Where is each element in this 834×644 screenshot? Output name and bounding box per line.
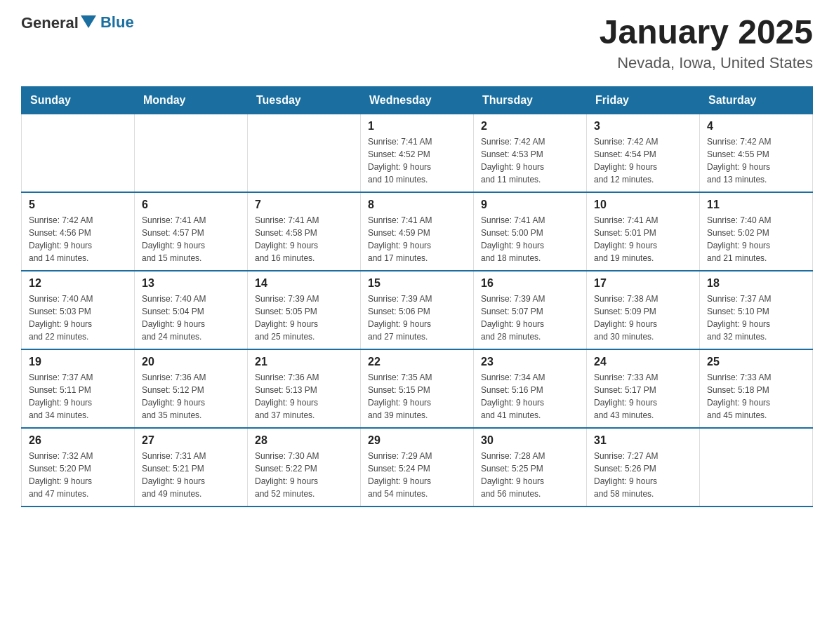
day-cell: 28Sunrise: 7:30 AMSunset: 5:22 PMDayligh…: [248, 428, 361, 507]
day-number: 1: [368, 120, 466, 133]
day-number: 3: [594, 120, 692, 133]
day-info-line: and 41 minutes.: [481, 409, 579, 422]
day-cell: 13Sunrise: 7:40 AMSunset: 5:04 PMDayligh…: [135, 271, 248, 349]
day-cell: 30Sunrise: 7:28 AMSunset: 5:25 PMDayligh…: [474, 428, 587, 507]
day-number: 25: [707, 356, 805, 368]
day-info-line: and 39 minutes.: [368, 409, 466, 422]
day-info-line: Sunrise: 7:41 AM: [594, 214, 692, 227]
day-number: 22: [368, 356, 466, 368]
day-info-line: and 28 minutes.: [481, 330, 579, 343]
day-cell: 14Sunrise: 7:39 AMSunset: 5:05 PMDayligh…: [248, 271, 361, 349]
day-cell: 19Sunrise: 7:37 AMSunset: 5:11 PMDayligh…: [22, 349, 135, 428]
day-info-line: Daylight: 9 hours: [255, 239, 353, 252]
day-cell: 31Sunrise: 7:27 AMSunset: 5:26 PMDayligh…: [587, 428, 700, 507]
day-info-line: Sunset: 5:11 PM: [29, 384, 127, 396]
day-cell: 27Sunrise: 7:31 AMSunset: 5:21 PMDayligh…: [135, 428, 248, 507]
day-info-line: Sunset: 5:07 PM: [481, 305, 579, 318]
day-info-line: Daylight: 9 hours: [481, 318, 579, 330]
day-info-line: and 25 minutes.: [255, 330, 353, 343]
day-info-line: and 15 minutes.: [142, 252, 240, 264]
day-number: 27: [142, 434, 240, 447]
day-info-line: Sunrise: 7:33 AM: [707, 371, 805, 384]
day-info-line: Sunrise: 7:29 AM: [368, 450, 466, 462]
day-info-line: Daylight: 9 hours: [142, 318, 240, 330]
day-info-line: Sunrise: 7:40 AM: [707, 214, 805, 227]
day-info-line: Sunrise: 7:41 AM: [255, 214, 353, 227]
day-info-line: Sunset: 5:00 PM: [481, 227, 579, 239]
day-cell: 15Sunrise: 7:39 AMSunset: 5:06 PMDayligh…: [361, 271, 474, 349]
day-cell: 16Sunrise: 7:39 AMSunset: 5:07 PMDayligh…: [474, 271, 587, 349]
day-info-line: and 10 minutes.: [368, 173, 466, 186]
day-info-line: and 14 minutes.: [29, 252, 127, 264]
day-info-line: Sunset: 5:15 PM: [368, 384, 466, 396]
day-info-line: and 35 minutes.: [142, 409, 240, 422]
day-info-line: Daylight: 9 hours: [594, 318, 692, 330]
week-row-2: 5Sunrise: 7:42 AMSunset: 4:56 PMDaylight…: [22, 192, 813, 271]
day-info-line: Daylight: 9 hours: [594, 396, 692, 409]
day-info-line: and 12 minutes.: [594, 173, 692, 186]
day-info-line: Sunset: 5:18 PM: [707, 384, 805, 396]
day-info-line: Daylight: 9 hours: [368, 475, 466, 488]
day-number: 8: [368, 199, 466, 211]
day-cell: 29Sunrise: 7:29 AMSunset: 5:24 PMDayligh…: [361, 428, 474, 507]
day-info-line: Sunrise: 7:39 AM: [481, 293, 579, 305]
day-cell: 3Sunrise: 7:42 AMSunset: 4:54 PMDaylight…: [587, 114, 700, 192]
day-info-line: and 52 minutes.: [255, 488, 353, 500]
day-info-line: Sunset: 5:16 PM: [481, 384, 579, 396]
header-row: SundayMondayTuesdayWednesdayThursdayFrid…: [22, 86, 813, 114]
day-info-line: Sunrise: 7:28 AM: [481, 450, 579, 462]
day-info-line: and 18 minutes.: [481, 252, 579, 264]
day-info-line: Sunset: 5:24 PM: [368, 462, 466, 475]
day-number: 26: [29, 434, 127, 447]
day-number: 19: [29, 356, 127, 368]
day-info-line: and 16 minutes.: [255, 252, 353, 264]
day-number: 23: [481, 356, 579, 368]
day-info-line: Daylight: 9 hours: [142, 475, 240, 488]
day-info-line: Daylight: 9 hours: [594, 239, 692, 252]
logo-blue: Blue: [100, 13, 134, 31]
day-info-line: Sunset: 5:20 PM: [29, 462, 127, 475]
day-info-line: and 21 minutes.: [707, 252, 805, 264]
day-cell: 7Sunrise: 7:41 AMSunset: 4:58 PMDaylight…: [248, 192, 361, 271]
day-info-line: and 45 minutes.: [707, 409, 805, 422]
header-day-wednesday: Wednesday: [361, 86, 474, 114]
day-info-line: and 43 minutes.: [594, 409, 692, 422]
day-info-line: Sunrise: 7:39 AM: [255, 293, 353, 305]
day-info-line: and 27 minutes.: [368, 330, 466, 343]
day-info-line: Sunrise: 7:41 AM: [368, 214, 466, 227]
day-cell: 26Sunrise: 7:32 AMSunset: 5:20 PMDayligh…: [22, 428, 135, 507]
day-info-line: Daylight: 9 hours: [368, 239, 466, 252]
day-info-line: Sunrise: 7:41 AM: [142, 214, 240, 227]
header-day-sunday: Sunday: [22, 86, 135, 114]
header-day-saturday: Saturday: [700, 86, 813, 114]
header-day-tuesday: Tuesday: [248, 86, 361, 114]
calendar-table: SundayMondayTuesdayWednesdayThursdayFrid…: [21, 86, 813, 507]
day-info-line: Sunset: 5:17 PM: [594, 384, 692, 396]
day-info-line: Sunset: 5:21 PM: [142, 462, 240, 475]
day-number: 16: [481, 277, 579, 290]
day-info-line: Sunrise: 7:30 AM: [255, 450, 353, 462]
day-info-line: Sunset: 5:25 PM: [481, 462, 579, 475]
day-cell: 20Sunrise: 7:36 AMSunset: 5:12 PMDayligh…: [135, 349, 248, 428]
day-info-line: and 37 minutes.: [255, 409, 353, 422]
day-info-line: Sunrise: 7:39 AM: [368, 293, 466, 305]
day-number: 20: [142, 356, 240, 368]
day-info-line: Sunrise: 7:40 AM: [142, 293, 240, 305]
day-number: 6: [142, 199, 240, 211]
logo: General Blue: [21, 14, 134, 32]
day-number: 31: [594, 434, 692, 447]
day-info-line: Daylight: 9 hours: [29, 396, 127, 409]
day-cell: 12Sunrise: 7:40 AMSunset: 5:03 PMDayligh…: [22, 271, 135, 349]
day-cell: 11Sunrise: 7:40 AMSunset: 5:02 PMDayligh…: [700, 192, 813, 271]
day-cell: 18Sunrise: 7:37 AMSunset: 5:10 PMDayligh…: [700, 271, 813, 349]
day-info-line: and 13 minutes.: [707, 173, 805, 186]
day-cell: 24Sunrise: 7:33 AMSunset: 5:17 PMDayligh…: [587, 349, 700, 428]
day-info-line: Sunrise: 7:27 AM: [594, 450, 692, 462]
day-info-line: Daylight: 9 hours: [707, 239, 805, 252]
day-info-line: and 56 minutes.: [481, 488, 579, 500]
day-info-line: and 24 minutes.: [142, 330, 240, 343]
day-info-line: Sunset: 5:13 PM: [255, 384, 353, 396]
day-info-line: Sunrise: 7:41 AM: [481, 214, 579, 227]
day-cell: 8Sunrise: 7:41 AMSunset: 4:59 PMDaylight…: [361, 192, 474, 271]
day-info-line: and 58 minutes.: [594, 488, 692, 500]
